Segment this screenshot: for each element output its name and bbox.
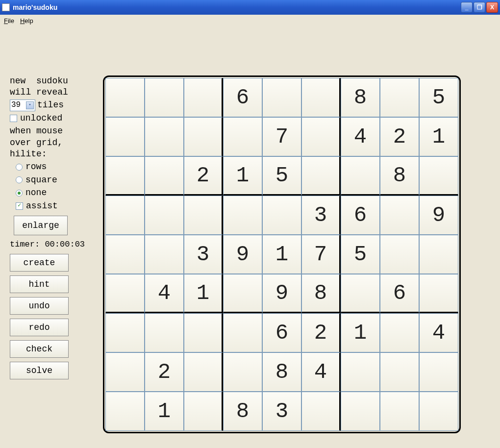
- sudoku-cell-3-7[interactable]: [380, 196, 419, 235]
- sudoku-cell-7-0[interactable]: [105, 352, 145, 392]
- radio-rows-row[interactable]: rows: [16, 161, 98, 173]
- create-button[interactable]: create: [10, 254, 69, 272]
- sudoku-cell-2-4[interactable]: 5: [262, 156, 301, 196]
- sudoku-cell-4-4[interactable]: 1: [262, 235, 301, 274]
- sudoku-cell-2-1[interactable]: [145, 156, 184, 196]
- sudoku-cell-2-7[interactable]: 8: [380, 156, 419, 196]
- sudoku-cell-4-5[interactable]: 7: [301, 235, 341, 274]
- sudoku-cell-1-5[interactable]: [301, 117, 341, 156]
- sudoku-cell-1-0[interactable]: [105, 117, 145, 156]
- radio-square-row[interactable]: square: [16, 174, 98, 186]
- maximize-button[interactable]: ❐: [474, 2, 485, 13]
- unlocked-checkbox[interactable]: [10, 115, 17, 122]
- sudoku-cell-3-0[interactable]: [105, 196, 145, 235]
- sudoku-cell-1-8[interactable]: 1: [419, 117, 458, 156]
- menu-help[interactable]: Help: [20, 17, 33, 25]
- sudoku-cell-7-5[interactable]: 4: [301, 352, 341, 392]
- sudoku-cell-6-1[interactable]: [145, 313, 184, 352]
- sudoku-cell-0-3[interactable]: 6: [223, 78, 262, 117]
- sudoku-cell-4-2[interactable]: 3: [184, 235, 223, 274]
- sudoku-cell-8-1[interactable]: 1: [145, 392, 184, 431]
- sudoku-cell-8-7[interactable]: [380, 392, 419, 431]
- sudoku-cell-1-4[interactable]: 7: [262, 117, 301, 156]
- sudoku-cell-8-0[interactable]: [105, 392, 145, 431]
- sudoku-cell-7-1[interactable]: 2: [145, 352, 184, 392]
- radio-square[interactable]: [16, 176, 23, 183]
- menu-file[interactable]: File: [4, 17, 14, 25]
- sudoku-cell-7-6[interactable]: [341, 352, 380, 392]
- close-button[interactable]: X: [486, 2, 498, 13]
- sudoku-cell-4-8[interactable]: [419, 235, 458, 274]
- sudoku-cell-5-3[interactable]: [223, 274, 262, 313]
- sudoku-cell-0-7[interactable]: [380, 78, 419, 117]
- radio-rows[interactable]: [16, 164, 23, 171]
- sudoku-cell-8-4[interactable]: 3: [262, 392, 301, 431]
- sudoku-cell-0-6[interactable]: 8: [341, 78, 380, 117]
- sudoku-cell-1-7[interactable]: 2: [380, 117, 419, 156]
- assist-checkbox[interactable]: ✓: [16, 202, 23, 210]
- sudoku-cell-0-4[interactable]: [262, 78, 301, 117]
- sudoku-cell-8-8[interactable]: [419, 392, 458, 431]
- sudoku-cell-0-5[interactable]: [301, 78, 341, 117]
- sudoku-cell-1-1[interactable]: [145, 117, 184, 156]
- minimize-button[interactable]: _: [461, 2, 473, 13]
- sudoku-cell-2-8[interactable]: [419, 156, 458, 196]
- sudoku-cell-8-3[interactable]: 8: [223, 392, 262, 431]
- sudoku-cell-4-3[interactable]: 9: [223, 235, 262, 274]
- redo-button[interactable]: redo: [10, 319, 69, 336]
- sudoku-cell-2-5[interactable]: [301, 156, 341, 196]
- sudoku-cell-2-3[interactable]: 1: [223, 156, 262, 196]
- sudoku-cell-1-3[interactable]: [223, 117, 262, 156]
- sudoku-cell-6-7[interactable]: [380, 313, 419, 352]
- sudoku-cell-1-6[interactable]: 4: [341, 117, 380, 156]
- sudoku-cell-6-0[interactable]: [105, 313, 145, 352]
- sudoku-cell-3-3[interactable]: [223, 196, 262, 235]
- sudoku-cell-2-6[interactable]: [341, 156, 380, 196]
- check-button[interactable]: check: [10, 340, 69, 358]
- sudoku-cell-3-1[interactable]: [145, 196, 184, 235]
- sudoku-cell-5-6[interactable]: [341, 274, 380, 313]
- sudoku-cell-5-4[interactable]: 9: [262, 274, 301, 313]
- unlocked-row[interactable]: unlocked: [10, 113, 98, 124]
- sudoku-cell-8-6[interactable]: [341, 392, 380, 431]
- sudoku-cell-7-7[interactable]: [380, 352, 419, 392]
- sudoku-cell-6-3[interactable]: [223, 313, 262, 352]
- sudoku-cell-5-0[interactable]: [105, 274, 145, 313]
- sudoku-cell-8-5[interactable]: [301, 392, 341, 431]
- sudoku-cell-6-4[interactable]: 6: [262, 313, 301, 352]
- sudoku-cell-2-2[interactable]: 2: [184, 156, 223, 196]
- sudoku-cell-4-6[interactable]: 5: [341, 235, 380, 274]
- sudoku-cell-6-6[interactable]: 1: [341, 313, 380, 352]
- sudoku-cell-5-1[interactable]: 4: [145, 274, 184, 313]
- sudoku-cell-0-2[interactable]: [184, 78, 223, 117]
- sudoku-cell-7-4[interactable]: 8: [262, 352, 301, 392]
- sudoku-cell-0-8[interactable]: 5: [419, 78, 458, 117]
- sudoku-cell-7-3[interactable]: [223, 352, 262, 392]
- radio-none[interactable]: [16, 190, 23, 197]
- sudoku-cell-3-6[interactable]: 6: [341, 196, 380, 235]
- sudoku-cell-6-5[interactable]: 2: [301, 313, 341, 352]
- sudoku-cell-6-2[interactable]: [184, 313, 223, 352]
- sudoku-cell-3-5[interactable]: 3: [301, 196, 341, 235]
- sudoku-cell-4-7[interactable]: [380, 235, 419, 274]
- sudoku-cell-7-2[interactable]: [184, 352, 223, 392]
- sudoku-cell-8-2[interactable]: [184, 392, 223, 431]
- sudoku-cell-2-0[interactable]: [105, 156, 145, 196]
- sudoku-cell-3-8[interactable]: 9: [419, 196, 458, 235]
- sudoku-cell-5-8[interactable]: [419, 274, 458, 313]
- sudoku-cell-0-0[interactable]: [105, 78, 145, 117]
- enlarge-button[interactable]: enlarge: [14, 216, 68, 235]
- radio-none-row[interactable]: none: [16, 187, 98, 199]
- sudoku-cell-0-1[interactable]: [145, 78, 184, 117]
- sudoku-cell-5-2[interactable]: 1: [184, 274, 223, 313]
- sudoku-cell-4-0[interactable]: [105, 235, 145, 274]
- sudoku-cell-4-1[interactable]: [145, 235, 184, 274]
- hint-button[interactable]: hint: [10, 275, 69, 293]
- sudoku-cell-1-2[interactable]: [184, 117, 223, 156]
- sudoku-cell-7-8[interactable]: [419, 352, 458, 392]
- sudoku-cell-5-7[interactable]: 6: [380, 274, 419, 313]
- undo-button[interactable]: undo: [10, 297, 69, 315]
- sudoku-cell-3-4[interactable]: [262, 196, 301, 235]
- tiles-select[interactable]: 39 ▾: [10, 100, 35, 111]
- sudoku-cell-5-5[interactable]: 8: [301, 274, 341, 313]
